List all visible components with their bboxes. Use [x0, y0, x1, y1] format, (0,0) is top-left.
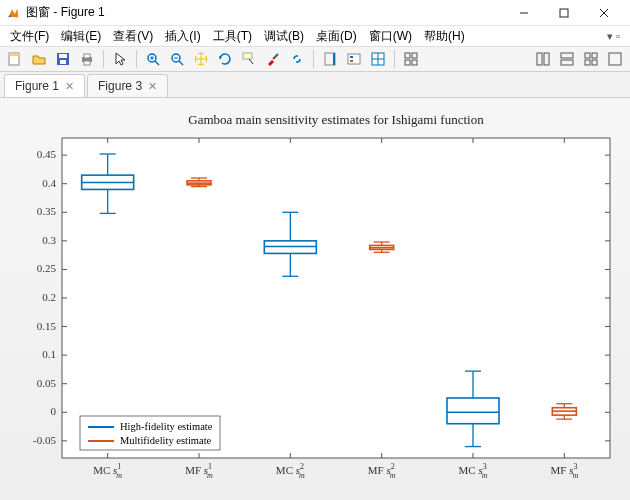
- colorbar-button[interactable]: [319, 48, 341, 70]
- svg-rect-32: [405, 60, 410, 65]
- menu-tools[interactable]: 工具(T): [207, 26, 258, 47]
- open-button[interactable]: [28, 48, 50, 70]
- svg-rect-34: [537, 53, 542, 65]
- zoom-in-button[interactable]: [142, 48, 164, 70]
- toolbar: [0, 46, 630, 72]
- maximize-button[interactable]: [544, 2, 584, 24]
- svg-line-17: [179, 61, 183, 65]
- toolbar-separator: [313, 50, 314, 68]
- svg-text:0.3: 0.3: [42, 234, 56, 246]
- brush-button[interactable]: [262, 48, 284, 70]
- svg-rect-35: [544, 53, 549, 65]
- toolbar-separator: [136, 50, 137, 68]
- print-button[interactable]: [76, 48, 98, 70]
- svg-rect-5: [9, 53, 19, 56]
- svg-rect-36: [561, 53, 573, 58]
- svg-rect-1: [560, 9, 568, 17]
- svg-rect-8: [60, 60, 66, 64]
- svg-rect-43: [62, 138, 610, 458]
- tab-figure-1[interactable]: Figure 1 ✕: [4, 74, 85, 97]
- title-bar: 图窗 - Figure 1: [0, 0, 630, 26]
- svg-rect-23: [333, 53, 335, 65]
- menu-help[interactable]: 帮助(H): [418, 26, 471, 47]
- tab-label: Figure 3: [98, 79, 142, 93]
- legend-button[interactable]: [343, 48, 365, 70]
- new-figure-button[interactable]: [4, 48, 26, 70]
- svg-text:0.1: 0.1: [42, 348, 56, 360]
- menu-file[interactable]: 文件(F): [4, 26, 55, 47]
- svg-rect-30: [405, 53, 410, 58]
- tab-label: Figure 1: [15, 79, 59, 93]
- toolbar-separator: [394, 50, 395, 68]
- rotate-button[interactable]: [214, 48, 236, 70]
- svg-rect-40: [585, 60, 590, 65]
- svg-text:0.15: 0.15: [37, 320, 57, 332]
- svg-rect-39: [592, 53, 597, 58]
- svg-text:Multifidelity estimate: Multifidelity estimate: [120, 435, 212, 446]
- tile-2-button[interactable]: [556, 48, 578, 70]
- tile-3-button[interactable]: [580, 48, 602, 70]
- svg-text:Gamboa main sensitivity estima: Gamboa main sensitivity estimates for Is…: [188, 112, 484, 127]
- svg-text:0.45: 0.45: [37, 148, 57, 160]
- svg-text:MC s3m: MC s3m: [459, 462, 488, 480]
- close-icon[interactable]: ✕: [148, 80, 157, 93]
- svg-rect-33: [412, 60, 417, 65]
- zoom-out-button[interactable]: [166, 48, 188, 70]
- svg-text:0.2: 0.2: [42, 291, 56, 303]
- svg-rect-24: [348, 54, 360, 64]
- svg-rect-37: [561, 60, 573, 65]
- link-button[interactable]: [286, 48, 308, 70]
- axes[interactable]: Gamboa main sensitivity estimates for Is…: [0, 98, 630, 500]
- svg-rect-11: [84, 61, 90, 65]
- svg-text:High-fidelity estimate: High-fidelity estimate: [120, 421, 213, 432]
- toolbar-overflow-icon[interactable]: ▾ ▫: [607, 30, 626, 43]
- toolbar-separator: [103, 50, 104, 68]
- svg-text:MF s3m: MF s3m: [550, 462, 578, 480]
- minimize-button[interactable]: [504, 2, 544, 24]
- svg-rect-19: [243, 53, 252, 59]
- svg-rect-42: [609, 53, 621, 65]
- matlab-icon: [6, 6, 20, 20]
- svg-text:MF s2m: MF s2m: [368, 462, 396, 480]
- svg-text:-0.05: -0.05: [33, 434, 56, 446]
- svg-line-13: [155, 61, 159, 65]
- menu-bar: 文件(F) 编辑(E) 查看(V) 插入(I) 工具(T) 调试(B) 桌面(D…: [0, 26, 630, 46]
- menu-debug[interactable]: 调试(B): [258, 26, 310, 47]
- window-title: 图窗 - Figure 1: [26, 4, 504, 21]
- axes-button[interactable]: [367, 48, 389, 70]
- figure-canvas[interactable]: Gamboa main sensitivity estimates for Is…: [0, 98, 630, 500]
- svg-rect-7: [59, 54, 67, 58]
- save-button[interactable]: [52, 48, 74, 70]
- svg-text:0: 0: [51, 405, 57, 417]
- svg-rect-31: [412, 53, 417, 58]
- svg-text:MC s1m: MC s1m: [93, 462, 122, 480]
- menu-view[interactable]: 查看(V): [107, 26, 159, 47]
- svg-rect-41: [592, 60, 597, 65]
- tile-4-button[interactable]: [604, 48, 626, 70]
- pan-button[interactable]: [190, 48, 212, 70]
- svg-line-21: [273, 54, 278, 59]
- svg-rect-38: [585, 53, 590, 58]
- svg-text:MF s1m: MF s1m: [185, 462, 213, 480]
- menu-edit[interactable]: 编辑(E): [55, 26, 107, 47]
- svg-rect-10: [84, 54, 90, 58]
- menu-window[interactable]: 窗口(W): [363, 26, 418, 47]
- layout-grid-button[interactable]: [400, 48, 422, 70]
- svg-line-20: [249, 59, 253, 64]
- svg-text:MC s2m: MC s2m: [276, 462, 305, 480]
- svg-text:0.05: 0.05: [37, 377, 57, 389]
- tile-1-button[interactable]: [532, 48, 554, 70]
- datatip-button[interactable]: [238, 48, 260, 70]
- svg-text:0.25: 0.25: [37, 262, 57, 274]
- tab-figure-3[interactable]: Figure 3 ✕: [87, 74, 168, 97]
- svg-text:0.4: 0.4: [42, 177, 56, 189]
- figure-tab-bar: Figure 1 ✕ Figure 3 ✕: [0, 72, 630, 98]
- svg-text:0.35: 0.35: [37, 205, 57, 217]
- pointer-button[interactable]: [109, 48, 131, 70]
- menu-insert[interactable]: 插入(I): [159, 26, 206, 47]
- menu-desktop[interactable]: 桌面(D): [310, 26, 363, 47]
- close-icon[interactable]: ✕: [65, 80, 74, 93]
- close-button[interactable]: [584, 2, 624, 24]
